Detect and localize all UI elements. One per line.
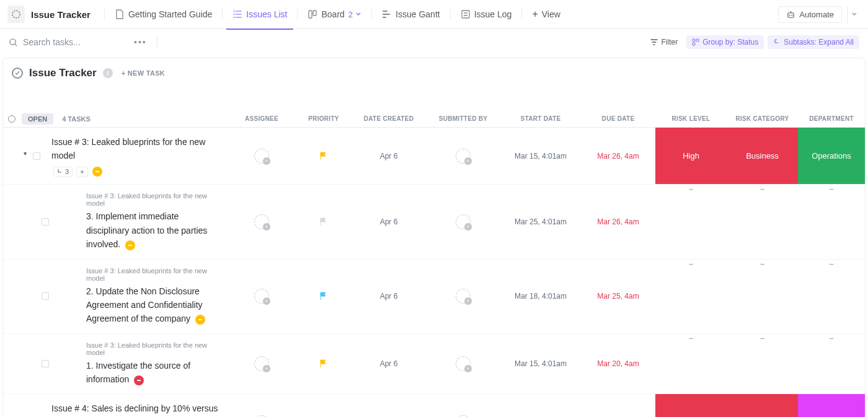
assignee-placeholder-icon[interactable] [254, 356, 269, 371]
assignee-cell[interactable] [228, 394, 296, 417]
start-date-cell[interactable]: Mar 18, 4:01am [500, 260, 581, 333]
submitted-by-cell[interactable] [426, 334, 500, 394]
parent-task-crumb[interactable]: Issue # 3: Leaked blueprints for the new… [86, 267, 221, 282]
risk-category-cell[interactable]: – [727, 185, 798, 258]
task-row[interactable]: ▸ Issue # 3: Leaked blueprints for the n… [3, 128, 865, 185]
assignee-cell[interactable] [228, 128, 296, 184]
group-status-pill[interactable]: OPEN [22, 113, 53, 125]
nav-getting-started[interactable]: Getting Started Guide [108, 0, 218, 29]
col-due-date[interactable]: DUE DATE [581, 115, 655, 122]
risk-category-cell[interactable]: Business [727, 128, 798, 184]
subtasks-button[interactable]: Subtasks: Expand All [768, 35, 859, 49]
expand-group-icon[interactable] [8, 115, 16, 123]
task-title[interactable]: Issue # 3: Leaked blueprints for the new… [51, 137, 205, 160]
due-date-cell[interactable]: Mar 26, 4am [581, 128, 655, 184]
nav-board[interactable]: Board 2 [301, 0, 368, 29]
assignee-placeholder-icon[interactable] [254, 289, 269, 304]
col-assignee[interactable]: ASSIGNEE [228, 115, 296, 122]
department-cell[interactable]: Operations [798, 128, 865, 184]
risk-level-cell[interactable]: – [655, 260, 727, 333]
priority-cell[interactable] [296, 128, 352, 184]
col-risk-category[interactable]: RISK CATEGORY [727, 115, 798, 122]
col-start-date[interactable]: START DATE [500, 115, 581, 122]
start-date-cell[interactable]: Mar 15, 4:01am [500, 128, 581, 184]
task-title[interactable]: Issue # 4: Sales is declining by 10% ver… [51, 403, 218, 417]
col-risk-level[interactable]: RISK LEVEL [655, 115, 727, 122]
parent-task-crumb[interactable]: Issue # 3: Leaked blueprints for the new… [86, 192, 221, 207]
status-indicator-icon[interactable] [125, 240, 135, 250]
status-indicator-icon[interactable] [195, 315, 205, 325]
row-checkbox[interactable] [42, 360, 49, 367]
risk-category-cell[interactable]: – [727, 334, 798, 394]
task-row[interactable]: Issue # 3: Leaked blueprints for the new… [3, 334, 865, 395]
due-date-cell[interactable]: Today, 4am [581, 394, 655, 417]
assignee-placeholder-icon[interactable] [456, 149, 471, 164]
row-checkbox[interactable] [33, 152, 40, 160]
start-date-cell[interactable]: Mar 13, 4:01am [500, 394, 581, 417]
start-date-cell[interactable]: Mar 25, 4:01am [500, 185, 581, 258]
risk-level-cell[interactable]: High [655, 128, 727, 184]
automate-dropdown-button[interactable] [847, 5, 861, 24]
search-input[interactable]: Search tasks... [9, 37, 126, 47]
assignee-placeholder-icon[interactable] [456, 356, 471, 371]
task-row[interactable]: Issue # 3: Leaked blueprints for the new… [3, 185, 865, 259]
col-submitted-by[interactable]: SUBMITTED BY [426, 115, 500, 122]
group-by-button[interactable]: Group by: Status [686, 35, 764, 49]
due-date-cell[interactable]: Mar 26, 4am [581, 185, 655, 258]
submitted-by-cell[interactable] [426, 128, 500, 184]
priority-cell[interactable] [296, 260, 352, 333]
assignee-placeholder-icon[interactable] [456, 214, 471, 229]
department-cell[interactable]: – [798, 334, 865, 394]
department-cell[interactable]: – [798, 185, 865, 258]
risk-category-cell[interactable]: – [727, 260, 798, 333]
department-cell[interactable]: Sales [798, 394, 865, 417]
submitted-by-cell[interactable] [426, 260, 500, 333]
info-icon[interactable]: i [103, 68, 113, 78]
more-options-button[interactable]: ••• [126, 37, 154, 47]
department-cell[interactable]: – [798, 260, 865, 333]
automate-button[interactable]: Automate [778, 6, 842, 23]
submitted-by-cell[interactable] [426, 394, 500, 417]
nav-issues-list[interactable]: Issues List [226, 0, 293, 29]
nav-add-view[interactable]: + View [526, 0, 566, 29]
due-date-cell[interactable]: Mar 20, 4am [581, 334, 655, 394]
row-checkbox[interactable] [42, 218, 49, 226]
risk-level-cell[interactable]: High [655, 394, 727, 417]
task-row[interactable]: ▸ Issue # 4: Sales is declining by 10% v… [3, 394, 865, 417]
risk-level-cell[interactable]: – [655, 185, 727, 258]
subtask-count-chip[interactable]: 3 [53, 167, 73, 177]
new-task-button[interactable]: + NEW TASK [122, 69, 165, 77]
task-title[interactable]: 2. Update the Non Disclosure Agreement a… [86, 286, 203, 324]
expand-row-icon[interactable]: ▸ [22, 152, 29, 160]
assignee-placeholder-icon[interactable] [456, 289, 471, 304]
priority-cell[interactable] [296, 394, 352, 417]
submitted-by-cell[interactable] [426, 185, 500, 258]
nav-issue-log[interactable]: Issue Log [454, 0, 518, 29]
add-subtask-chip[interactable]: + [76, 167, 87, 177]
task-title[interactable]: 3. Implement immediate disciplinary acti… [86, 211, 207, 249]
filter-button[interactable]: Filter [645, 35, 683, 49]
risk-category-cell[interactable]: Business [727, 394, 798, 417]
row-checkbox[interactable] [42, 292, 49, 300]
priority-cell[interactable] [296, 334, 352, 394]
assignee-cell[interactable] [228, 185, 296, 258]
app-logo-icon [7, 6, 25, 23]
status-circle-icon[interactable] [12, 68, 23, 79]
assignee-cell[interactable] [228, 260, 296, 333]
parent-task-crumb[interactable]: Issue # 3: Leaked blueprints for the new… [86, 341, 221, 356]
task-row[interactable]: Issue # 3: Leaked blueprints for the new… [3, 260, 865, 334]
assignee-cell[interactable] [228, 334, 296, 394]
priority-cell[interactable] [296, 185, 352, 258]
assignee-placeholder-icon[interactable] [254, 149, 269, 164]
due-date-cell[interactable]: Mar 25, 4am [581, 260, 655, 333]
col-date-created[interactable]: DATE CREATED [352, 115, 426, 122]
risk-level-cell[interactable]: – [655, 334, 727, 394]
col-department[interactable]: DEPARTMENT [798, 115, 865, 122]
nav-issue-gantt[interactable]: Issue Gantt [376, 0, 446, 29]
col-priority[interactable]: PRIORITY [296, 115, 352, 122]
date-created-cell: Apr 6 [352, 128, 426, 184]
status-indicator-icon[interactable] [92, 167, 102, 177]
status-indicator-icon[interactable] [134, 375, 144, 385]
assignee-placeholder-icon[interactable] [254, 214, 269, 229]
start-date-cell[interactable]: Mar 15, 4:01am [500, 334, 581, 394]
